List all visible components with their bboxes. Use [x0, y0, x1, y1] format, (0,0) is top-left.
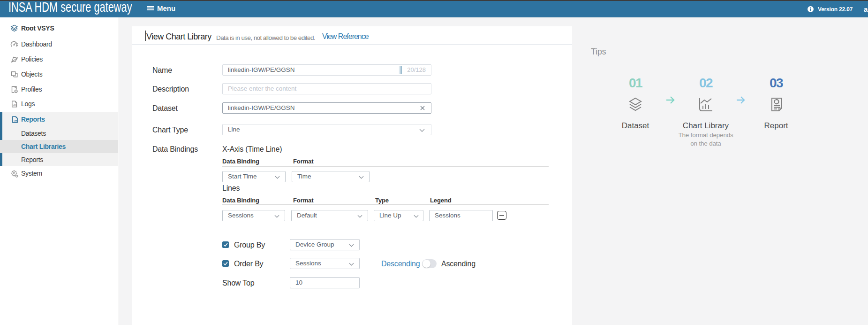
svg-text:LOG: LOG — [13, 104, 17, 106]
